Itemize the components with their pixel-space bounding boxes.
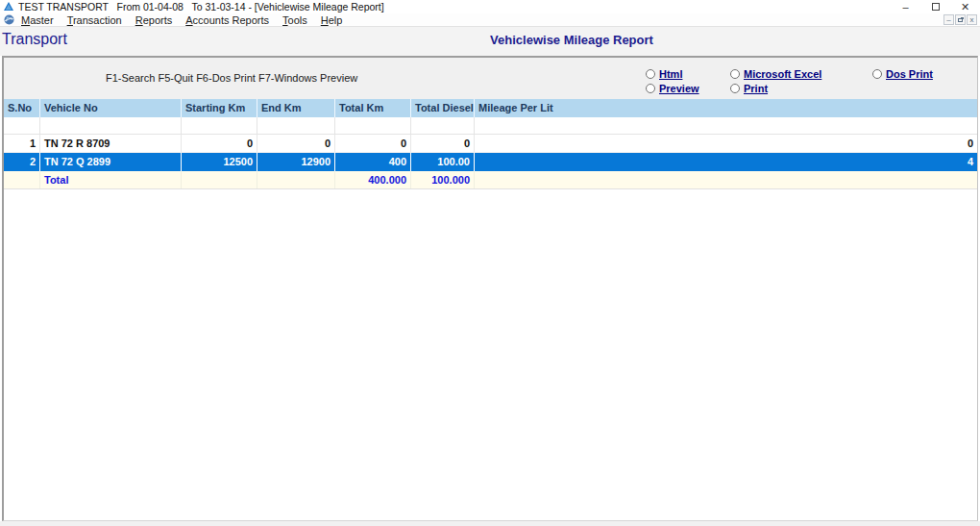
minimize-icon: – — [902, 1, 908, 13]
radio-html-label: Html — [659, 68, 682, 80]
col-header-end-km[interactable]: End Km — [257, 99, 335, 117]
page-title: Vehiclewise Mileage Report — [490, 33, 653, 47]
col-header-total-diesel[interactable]: Total Diesel — [411, 99, 475, 117]
table-row-selected[interactable]: 2 TN 72 Q 2899 12500 12900 400 100.00 4 — [4, 153, 977, 171]
cell-starting-km: 0 — [182, 135, 257, 152]
cell-sno: 2 — [4, 153, 40, 171]
app-logo-icon — [4, 2, 13, 12]
radio-microsoft-excel-icon[interactable] — [730, 69, 740, 79]
table-row[interactable]: 1 TN 72 R 8709 0 0 0 0 0 — [4, 135, 977, 153]
cell-total-diesel: 0 — [411, 135, 475, 152]
radio-microsoft-excel[interactable]: Microsoft Excel — [730, 68, 821, 80]
report-globe-icon — [4, 14, 14, 25]
maximize-icon — [932, 3, 940, 11]
menu-reports[interactable]: Reports — [135, 14, 173, 26]
total-label: Total — [40, 171, 182, 188]
total-total-km: 400.000 — [335, 171, 411, 188]
mdi-minimize-button[interactable]: – — [943, 14, 954, 25]
close-button[interactable]: ✕ — [950, 0, 980, 13]
radio-preview-icon[interactable] — [646, 84, 655, 93]
cell-sno: 1 — [4, 135, 40, 152]
radio-microsoft-excel-label: Microsoft Excel — [744, 68, 821, 80]
total-total-diesel: 100.000 — [411, 171, 475, 188]
close-icon: ✕ — [961, 1, 969, 13]
radio-preview-label: Preview — [659, 83, 699, 94]
cell-end-km: 0 — [257, 135, 335, 152]
menu-transaction[interactable]: Transaction — [67, 14, 122, 26]
mdi-window-controls: – x — [943, 14, 977, 25]
report-toolbar: F1-Search F5-Quit F6-Dos Print F7-Window… — [4, 58, 977, 99]
mdi-restore-button[interactable] — [955, 14, 966, 25]
radio-html-icon[interactable] — [646, 69, 655, 79]
cell-starting-km: 12500 — [182, 153, 257, 171]
radio-print-icon[interactable] — [730, 84, 740, 93]
radio-html[interactable]: Html — [646, 68, 682, 80]
radio-preview[interactable]: Preview — [646, 83, 699, 94]
col-header-mileage-per-lit[interactable]: Mileage Per Lit — [475, 99, 977, 117]
col-header-total-km[interactable]: Total Km — [335, 99, 411, 117]
radio-dos-print-label: Dos Print — [886, 68, 933, 80]
header-strip: Transport Vehiclewise Mileage Report — [0, 27, 980, 56]
col-header-vehicle-no[interactable]: Vehicle No — [40, 99, 182, 117]
mdi-minimize-icon: – — [946, 16, 950, 24]
cell-end-km: 12900 — [257, 153, 335, 171]
table-empty-row — [4, 117, 977, 135]
menu-accounts-reports[interactable]: Accounts Reports — [185, 14, 269, 26]
window-title: TEST TRANSPORT From 01-04-08 To 31-03-14… — [18, 1, 384, 13]
menu-help[interactable]: Help — [321, 14, 343, 26]
cell-mileage-per-lit: 0 — [475, 135, 977, 152]
menu-tools[interactable]: Tools — [282, 14, 307, 26]
table-total-row: Total 400.000 100.000 — [4, 171, 977, 189]
table-header-row: S.No Vehicle No Starting Km End Km Total… — [4, 99, 977, 117]
menu-items: Master Transaction Reports Accounts Repo… — [21, 14, 342, 26]
cell-total-km: 400 — [335, 153, 411, 171]
col-header-sno[interactable]: S.No — [4, 99, 40, 117]
menu-master[interactable]: Master — [21, 14, 54, 26]
status-strip — [0, 521, 980, 526]
minimize-button[interactable]: – — [891, 0, 920, 13]
col-header-starting-km[interactable]: Starting Km — [182, 99, 257, 117]
report-panel: F1-Search F5-Quit F6-Dos Print F7-Window… — [2, 56, 978, 521]
maximize-button[interactable] — [920, 0, 950, 13]
radio-dos-print-icon[interactable] — [872, 69, 882, 79]
cell-total-diesel: 100.00 — [411, 153, 475, 171]
mdi-restore-icon — [958, 18, 963, 22]
function-key-hint: F1-Search F5-Quit F6-Dos Print F7-Window… — [106, 72, 357, 84]
cell-vehicle-no: TN 72 Q 2899 — [40, 153, 182, 171]
cell-mileage-per-lit: 4 — [475, 153, 977, 171]
cell-vehicle-no: TN 72 R 8709 — [40, 135, 182, 152]
radio-dos-print[interactable]: Dos Print — [872, 68, 933, 80]
title-bar: TEST TRANSPORT From 01-04-08 To 31-03-14… — [0, 0, 980, 13]
mdi-close-icon: x — [970, 16, 974, 24]
mdi-close-button[interactable]: x — [967, 14, 977, 25]
mileage-table: S.No Vehicle No Starting Km End Km Total… — [4, 99, 977, 189]
menu-bar: Master Transaction Reports Accounts Repo… — [0, 13, 980, 27]
radio-print[interactable]: Print — [730, 83, 768, 94]
cell-total-km: 0 — [335, 135, 411, 152]
app-title: Transport — [2, 31, 67, 48]
window-controls: – ✕ — [891, 0, 980, 13]
radio-print-label: Print — [744, 83, 768, 94]
